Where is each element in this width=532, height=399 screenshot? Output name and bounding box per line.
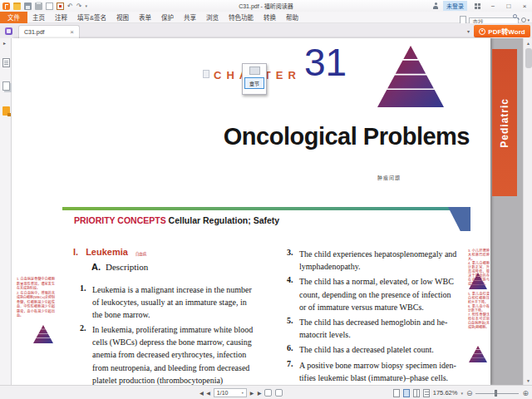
list-item: 5. The child has decreased hemoglobin an… (287, 316, 475, 341)
document-tab-label: C31.pdf (24, 29, 45, 35)
translation-popup: 章节 (242, 63, 267, 95)
panel-expand-icon[interactable]: ▸ (3, 40, 6, 46)
vertical-scrollbar[interactable]: ▲ ▼ (523, 38, 532, 385)
open-folder-icon[interactable] (13, 2, 21, 10)
section-heading: I. Leukemia 白血病 (73, 247, 146, 257)
continuous-view-icon[interactable] (403, 389, 410, 397)
thumbnails-panel-icon[interactable] (2, 81, 10, 91)
zoom-percent[interactable]: 175.62% (433, 389, 458, 397)
popup-image-icon (249, 66, 260, 75)
account-icon[interactable] (432, 2, 439, 9)
item-text: The child has a decreased platelet count… (299, 343, 475, 356)
ribbon-tab-protect[interactable]: 保护 (156, 12, 179, 22)
item-text: In leukemia, proliferating immature whit… (92, 323, 283, 385)
apps-grid-icon[interactable] (471, 1, 483, 11)
rotate-right-icon[interactable] (275, 389, 283, 397)
ribbon-tab-features[interactable]: 特色功能 (224, 12, 259, 22)
item-number: 7. (287, 359, 299, 384)
start-page-icon[interactable] (5, 27, 12, 35)
print-icon[interactable] (35, 2, 42, 10)
subsection-letter: A. (91, 262, 101, 272)
single-page-view-icon[interactable] (393, 389, 400, 397)
zoom-in-button[interactable]: ⊕ (522, 389, 529, 397)
continuous-facing-view-icon[interactable] (423, 389, 430, 397)
email-icon[interactable] (46, 2, 53, 10)
item-text: A positive bone marrow biopsy specimen i… (299, 359, 475, 384)
item-number: 1. (80, 283, 92, 321)
login-status[interactable]: 未登录 (443, 1, 467, 11)
translation-popup-button[interactable]: 章节 (244, 77, 264, 89)
zoom-dropdown-icon[interactable]: ▾ (461, 391, 463, 396)
view-zoom-controls: 175.62% ▾ ⊖ ⊕ (393, 386, 529, 399)
previous-page-button[interactable]: ◀ (206, 390, 210, 396)
rotate-left-icon[interactable] (264, 389, 272, 397)
save-icon[interactable] (24, 2, 32, 10)
zoom-slider-thumb[interactable] (495, 390, 497, 397)
item-number: 6. (287, 343, 299, 356)
zoom-slider[interactable] (475, 389, 519, 397)
tab-close-icon[interactable]: × (70, 29, 74, 36)
scrollbar-thumb[interactable] (525, 48, 532, 68)
pyramid-stamp-icon (469, 273, 487, 289)
ribbon-tab-share[interactable]: 共享 (179, 12, 201, 22)
pyramid-stamp-icon (33, 325, 53, 343)
page-number-value: 1/10 (217, 390, 229, 396)
annotation-marker-icon[interactable] (203, 70, 209, 78)
quick-access-toolbar: ↶ ↷ ▾ (0, 2, 87, 10)
foxit-logo-icon[interactable] (2, 2, 10, 10)
priority-value: Cellular Regulation; Safety (166, 215, 280, 225)
ribbon-tab-comment[interactable]: 注释 (50, 12, 72, 22)
list-item: 2. In leukemia, proliferating immature w… (80, 323, 283, 385)
margin-annotation: 5. 患儿血红蛋白和红细胞压积水平下降。 6. 患儿血小板计数下降。 7. 阳性… (468, 292, 490, 329)
section-number: I. (73, 247, 78, 257)
pdf-page: CHAPTER 31 章节 (12, 38, 490, 385)
priority-bar-line (62, 207, 470, 210)
priority-label: PRIORITY CONCEPTS (74, 215, 166, 225)
item-number: 5. (287, 316, 299, 341)
ribbon-tab-form[interactable]: 表单 (134, 12, 156, 22)
page-number-field[interactable]: 1/10 ▾ (214, 388, 247, 397)
ribbon-tab-file[interactable]: 文件 (0, 12, 27, 23)
clipboard-icon[interactable] (57, 2, 64, 10)
zoom-out-button[interactable]: ⊖ (466, 389, 473, 397)
left-column: 1. Leukemia is a malignant increase in t… (80, 283, 283, 385)
undo-icon[interactable]: ↶ (67, 2, 73, 10)
pyramid-stamp-icon (469, 346, 487, 362)
ribbon-tab-home[interactable]: 主页 (27, 12, 50, 22)
redo-icon[interactable]: ↷ (76, 2, 82, 10)
ribbon-tab-help[interactable]: 帮助 (281, 12, 303, 22)
ribbon-tab-fill-sign[interactable]: 填写&签名 (72, 12, 111, 22)
advanced-search-button[interactable]: ▾ (521, 17, 530, 22)
list-item: 7. A positive bone marrow biopsy specime… (287, 359, 475, 384)
bookmarks-panel-icon[interactable] (2, 58, 10, 67)
document-tab[interactable]: C31.pdf × (18, 25, 80, 38)
scroll-up-icon[interactable]: ▲ (524, 38, 532, 47)
scroll-down-icon[interactable]: ▼ (524, 376, 532, 385)
comments-panel-icon[interactable] (2, 106, 10, 116)
ribbon-tab-view[interactable]: 视图 (111, 12, 134, 22)
right-column: 3. The child experiences hepatosplenomeg… (287, 248, 475, 385)
facing-view-icon[interactable] (413, 389, 420, 397)
toolbar-collapse-icon[interactable]: ▾ (467, 28, 470, 34)
next-page-button[interactable]: ▶ (250, 390, 254, 396)
first-page-button[interactable]: ◀| (200, 390, 203, 396)
search-icon[interactable] (513, 14, 517, 18)
item-text: The child experiences hepatosplenomegaly… (299, 248, 475, 273)
toolbar-dropdown-icon[interactable]: ▾ (85, 3, 87, 8)
pdf-to-word-icon (479, 28, 485, 35)
last-page-button[interactable]: |▶ (257, 390, 260, 396)
left-panel-rail: ▸ (0, 38, 12, 385)
minimize-button[interactable]: − (487, 1, 499, 11)
maximize-button[interactable]: □ (503, 1, 515, 11)
ribbon-tab-convert[interactable]: 转换 (259, 12, 281, 22)
close-button[interactable]: × (519, 1, 530, 11)
page-dropdown-icon[interactable]: ▾ (242, 391, 244, 395)
ribbon-tab-browse[interactable]: 浏览 (201, 12, 224, 22)
item-text: Leukemia is a malignant increase in the … (92, 283, 283, 321)
pediatric-section-tab: Pediatric (492, 49, 517, 196)
page-navigation: ◀| ◀ 1/10 ▾ ▶ |▶ (200, 386, 283, 399)
titlebar: ↶ ↷ ▾ C31.pdf - 福昕阅读器 未登录 − □ × (0, 0, 532, 12)
page-title: Oncological Problems (224, 123, 470, 150)
document-tab-bar: C31.pdf × ▾ PDF转Word (0, 23, 532, 38)
pdf-to-word-button[interactable]: PDF转Word (474, 25, 530, 37)
